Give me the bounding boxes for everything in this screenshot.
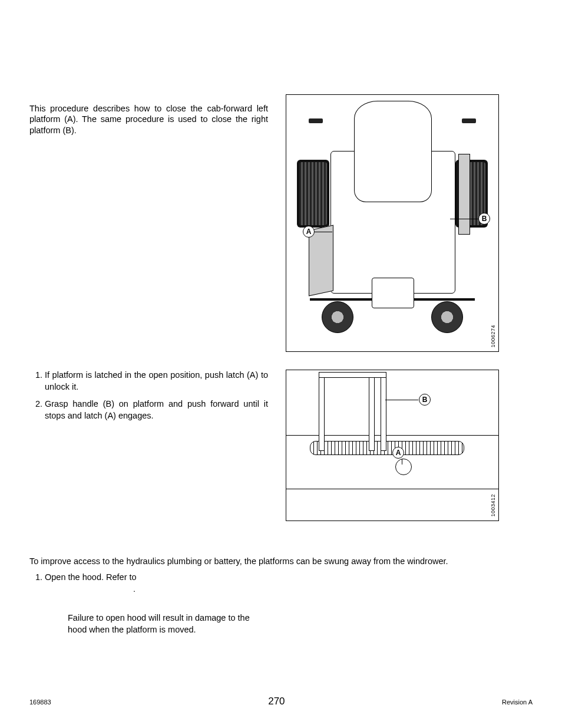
callout-b-fig2: B [419, 394, 431, 406]
lower-section: To improve access to the hydraulics plum… [29, 556, 533, 635]
rail-top-graphic [319, 372, 386, 378]
step-1: If platform is latched in the open posit… [45, 370, 268, 393]
cab-graphic [354, 101, 432, 202]
procedure-steps: If platform is latched in the open posit… [29, 370, 268, 427]
rail-3-graphic [381, 373, 386, 451]
steps-block: If platform is latched in the open posit… [29, 370, 533, 521]
left-tire-graphic [297, 160, 329, 228]
right-mirror-graphic [462, 118, 476, 123]
latch-graphic [395, 459, 412, 475]
rail-1-graphic [319, 373, 325, 451]
manual-page: This procedure describes how to close th… [0, 0, 562, 728]
leader-b-fig1 [450, 219, 478, 219]
procedure-list: If platform is latched in the open posit… [29, 370, 268, 421]
footer-revision: Revision A [502, 699, 533, 706]
callout-a-fig1: A [303, 226, 315, 238]
leader-a-fig1 [315, 232, 332, 232]
footer-page-number: 270 [268, 696, 285, 707]
figure1-id: 1006274 [490, 325, 496, 348]
rail-2-graphic [369, 373, 375, 451]
rear-left-wheel-graphic [322, 301, 353, 333]
leader-a-fig2 [402, 459, 402, 465]
figure-platform-latch-detail: B A 1003412 [286, 370, 499, 521]
lower-intro-paragraph: To improve access to the hydraulics plum… [29, 556, 533, 566]
lower-procedure-list: Open the hood. Refer to . [29, 572, 533, 595]
hitch-graphic [372, 278, 414, 308]
right-rail-graphic [458, 154, 470, 235]
step-2: Grasp handle (B) on platform and push fo… [45, 398, 268, 421]
callout-b-fig1: B [478, 213, 490, 225]
tread-graphic [310, 441, 464, 455]
intro-paragraph: This procedure describes how to close th… [29, 103, 268, 137]
lower-step-1: Open the hood. Refer to . [45, 572, 533, 595]
figure-platforms-top-view: A B 1006274 [286, 94, 499, 352]
lower-step-1-suffix: . [133, 584, 135, 594]
leader-b-fig2 [385, 400, 418, 400]
lower-step-1-prefix: Open the hood. Refer to [45, 572, 137, 582]
important-note: Failure to open hood will result in dama… [68, 612, 268, 635]
callout-a-fig2: A [392, 447, 404, 459]
intro-block: This procedure describes how to close th… [29, 94, 533, 352]
figure2-id: 1003412 [490, 494, 496, 517]
page-footer: 169883 270 Revision A [29, 696, 533, 707]
rear-right-wheel-graphic [431, 301, 463, 333]
footer-doc-number: 169883 [29, 699, 51, 706]
left-mirror-graphic [309, 118, 323, 123]
